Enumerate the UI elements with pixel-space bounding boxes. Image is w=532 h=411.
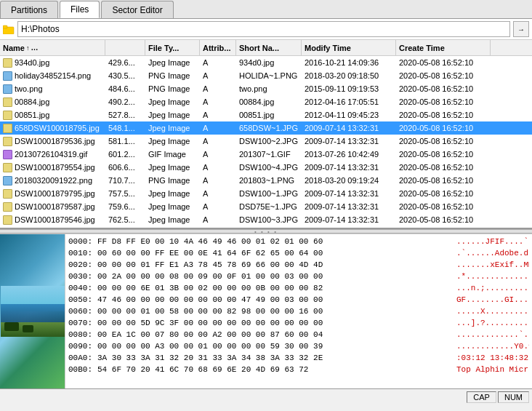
table-row[interactable]: DSW10001879536.jpg 581.1... Jpeg Image A…: [0, 135, 532, 148]
file-type-icon: [3, 228, 12, 230]
table-row[interactable]: holiday34852154.png 430.5... PNG Image A…: [0, 69, 532, 82]
file-list-container: Name ↑ … File Ty... Attrib... Short Na..…: [0, 40, 532, 229]
cell-type: PNG Image: [145, 69, 200, 82]
cell-name: 20180320091922.png: [0, 174, 105, 187]
cell-type: PNG Image: [145, 82, 200, 95]
cell-attr: A: [200, 121, 236, 135]
col-header-create[interactable]: Create Time: [396, 40, 491, 55]
cell-name: 00884.jpg: [0, 95, 105, 108]
table-row[interactable]: DSW10001879554.jpg 606.6... Jpeg Image A…: [0, 161, 532, 174]
cell-size: 527.8...: [105, 108, 145, 121]
cell-type: PNG Image: [145, 174, 200, 187]
cell-name: DSW10001879587.jpg: [0, 200, 105, 213]
hex-line: 0040: 00 00 00 6E 01 3B 00 02 00 00 00 0…: [68, 282, 529, 294]
col-header-size[interactable]: [105, 40, 145, 55]
cell-name: DSW10001879546.jpg: [0, 213, 105, 226]
cell-size: 548.1...: [105, 121, 145, 135]
cell-type: Jpeg Image: [145, 121, 200, 135]
hex-bytes: 00 00 00 01 00 58 00 00 00 82 98 00 00 0…: [97, 306, 456, 317]
col-header-type[interactable]: File Ty...: [145, 40, 200, 55]
cell-create: 2020-05-08 16:52:10: [396, 226, 491, 229]
file-type-icon: [3, 215, 12, 225]
cell-type: Jpeg Image: [145, 200, 200, 213]
col-header-name[interactable]: Name ↑ …: [0, 40, 105, 55]
table-row[interactable]: 00884.jpg 490.2... Jpeg Image A 00884.jp…: [0, 95, 532, 108]
cell-short: 658DSW~1.JPG: [236, 121, 302, 135]
status-bar: CAP NUM: [0, 388, 532, 404]
cell-type: Jpeg Image: [145, 226, 200, 229]
nav-forward-button[interactable]: →: [513, 21, 529, 37]
cell-create: 2020-05-08 16:52:10: [396, 174, 491, 187]
cell-type: Jpeg Image: [145, 213, 200, 226]
hex-ascii: .............`..: [456, 329, 529, 340]
hex-ascii: .....X..........: [456, 306, 529, 317]
hex-ascii: .*..............: [456, 271, 529, 282]
file-list-body[interactable]: 934d0.jpg 429.6... Jpeg Image A 934d0.jp…: [0, 56, 532, 229]
hex-bytes: 3A 30 33 3A 31 32 20 31 33 3A 34 38 3A 3…: [97, 352, 456, 364]
cell-modify: 2016-10-21 14:09:36: [302, 56, 396, 69]
cell-create: 2020-05-08 16:52:10: [396, 135, 491, 148]
cell-size: 606.6...: [105, 161, 145, 174]
hex-offset: 0000:: [68, 236, 97, 247]
hex-ascii: ......JFIF....`: [456, 236, 529, 247]
table-row[interactable]: 20180320091922.png 710.7... PNG Image A …: [0, 174, 532, 187]
table-row[interactable]: two.png 484.6... PNG Image A two.png 201…: [0, 82, 532, 95]
cell-short: 201803~1.PNG: [236, 174, 302, 187]
cell-size: 490.2...: [105, 95, 145, 108]
cell-attr: A: [200, 82, 236, 95]
hex-ascii: GF........GI....: [456, 294, 529, 306]
cap-indicator: CAP: [467, 391, 496, 403]
hex-bytes: 00 60 00 00 FF EE 00 0E 41 64 6F 62 65 0…: [97, 247, 456, 259]
hex-offset: 00A0:: [68, 352, 97, 364]
folder-icon: [3, 23, 15, 35]
cell-attr: A: [200, 161, 236, 174]
cell-size: 757.5...: [105, 187, 145, 200]
cell-size: 601.2...: [105, 148, 145, 161]
hex-offset: 0070:: [68, 317, 97, 329]
table-row[interactable]: 658DSW100018795.jpg 548.1... Jpeg Image …: [0, 121, 532, 135]
col-header-modify[interactable]: Modify Time: [302, 40, 396, 55]
hex-bytes: 00 00 00 5D 9C 3F 00 00 00 00 00 00 00 0…: [97, 317, 456, 329]
cell-create: 2020-05-08 16:52:10: [396, 187, 491, 200]
cell-short: HOLIDA~1.PNG: [236, 69, 302, 82]
cell-create: 2020-05-08 16:52:10: [396, 95, 491, 108]
hex-offset: 0060:: [68, 306, 97, 317]
cell-short: 00884.jpg: [236, 95, 302, 108]
cell-modify: 2009-07-14 13:32:31: [302, 213, 396, 226]
hex-ascii: :03:12 13:48:32.: [456, 352, 529, 364]
address-input[interactable]: [17, 21, 510, 37]
cell-short: 934d0.jpg: [236, 56, 302, 69]
file-type-icon: [3, 124, 12, 133]
cell-attr: A: [200, 187, 236, 200]
cell-size: 762.5...: [105, 213, 145, 226]
col-header-attr[interactable]: Attrib...: [200, 40, 236, 55]
cell-modify: 2009-07-14 13:32:31: [302, 200, 396, 213]
app-container: Partitions Files Sector Editor → Name ↑: [0, 0, 532, 411]
table-row[interactable]: 00933.jpg 1.1MB Jpeg Image A 00933.jpg 2…: [0, 226, 532, 229]
col-header-short[interactable]: Short Na...: [236, 40, 302, 55]
cell-name: holiday34852154.png: [0, 69, 105, 82]
file-type-icon: [3, 150, 12, 159]
table-row[interactable]: DSW10001879546.jpg 762.5... Jpeg Image A…: [0, 213, 532, 226]
cell-name: DSW10001879536.jpg: [0, 135, 105, 148]
hex-line: 00A0: 3A 30 33 3A 31 32 20 31 33 3A 34 3…: [68, 352, 529, 364]
table-row[interactable]: 934d0.jpg 429.6... Jpeg Image A 934d0.jp…: [0, 56, 532, 69]
table-row[interactable]: 20130726104319.gif 601.2... GIF Image A …: [0, 148, 532, 161]
tab-sector-editor[interactable]: Sector Editor: [101, 1, 173, 18]
tab-files[interactable]: Files: [60, 1, 100, 18]
hex-bytes: 00 00 00 6E 01 3B 00 02 00 00 00 0B 00 0…: [97, 282, 456, 294]
cell-modify: 2018-03-20 09:18:50: [302, 69, 396, 82]
hex-offset: 0040:: [68, 282, 97, 294]
cell-size: 581.1...: [105, 135, 145, 148]
tab-bar: Partitions Files Sector Editor: [0, 0, 532, 19]
table-row[interactable]: 00851.jpg 527.8... Jpeg Image A 00851.jp…: [0, 108, 532, 121]
table-row[interactable]: DSW10001879795.jpg 757.5... Jpeg Image A…: [0, 187, 532, 200]
hex-line: 0080: 00 EA 1C 00 07 80 00 00 A2 00 00 0…: [68, 329, 529, 340]
hex-offset: 00B0:: [68, 364, 97, 375]
cell-modify: 2009-07-14 13:32:31: [302, 121, 396, 135]
cell-type: GIF Image: [145, 148, 200, 161]
table-row[interactable]: DSW10001879587.jpg 759.6... Jpeg Image A…: [0, 200, 532, 213]
tab-partitions[interactable]: Partitions: [0, 1, 58, 18]
cell-modify: 2009-07-14 13:32:31: [302, 161, 396, 174]
file-type-icon: [3, 163, 12, 172]
